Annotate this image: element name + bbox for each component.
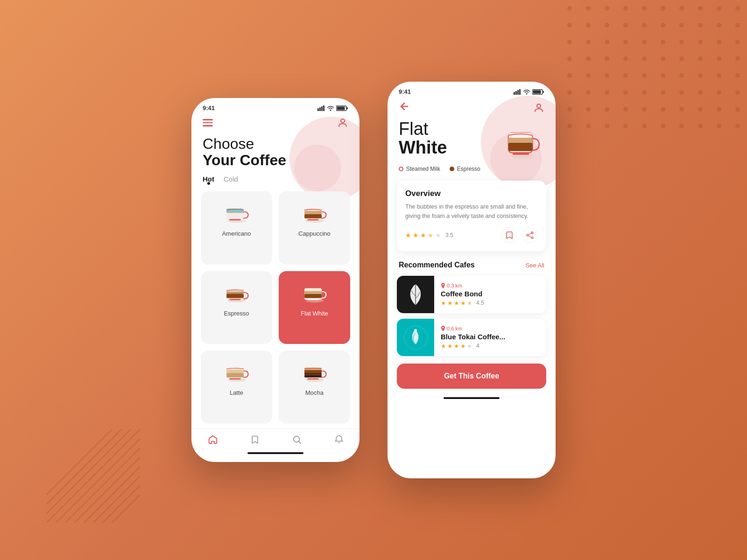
cafe-1-star-1: ★ xyxy=(441,300,446,307)
svg-point-24 xyxy=(642,40,647,44)
svg-rect-120 xyxy=(304,291,322,294)
svg-rect-93 xyxy=(321,106,323,111)
svg-point-63 xyxy=(623,107,628,112)
svg-point-78 xyxy=(717,124,721,128)
svg-point-31 xyxy=(586,56,591,61)
coffee-card-flatwhite[interactable]: Flat White xyxy=(279,271,350,344)
svg-point-43 xyxy=(623,73,628,78)
ingredient-milk-label: Steamed Milk xyxy=(406,166,440,172)
dot-espresso xyxy=(450,167,454,171)
svg-point-37 xyxy=(698,56,703,61)
coffee-card-cappuccino[interactable]: Cappuccino xyxy=(279,191,350,265)
time-left: 9:41 xyxy=(203,105,215,112)
back-button[interactable] xyxy=(399,101,410,114)
svg-line-137 xyxy=(299,441,301,443)
nav-home[interactable] xyxy=(208,434,218,445)
svg-point-154 xyxy=(531,237,533,239)
cafe-1-distance: 0.3 km xyxy=(447,283,462,288)
see-all-button[interactable]: See All xyxy=(526,262,544,269)
right-header xyxy=(388,97,556,114)
time-right: 9:41 xyxy=(399,88,411,95)
search-icon xyxy=(292,434,302,445)
svg-rect-132 xyxy=(304,370,322,372)
recommended-title: Recommended Cafes xyxy=(399,261,475,269)
coffee-card-americano[interactable]: Americano xyxy=(201,191,272,265)
right-phone: 9:41 xyxy=(388,82,556,478)
cup-americano xyxy=(220,200,253,225)
svg-rect-144 xyxy=(543,91,544,93)
coffee-card-espresso[interactable]: Espresso xyxy=(201,271,272,344)
cup-mocha xyxy=(298,359,331,385)
svg-rect-141 xyxy=(519,89,521,95)
svg-point-62 xyxy=(605,107,609,112)
tab-hot[interactable]: Hot xyxy=(203,175,214,183)
svg-point-60 xyxy=(567,107,572,112)
cafe-2-rating: ★ ★ ★ ★ ★ 4 xyxy=(441,343,542,350)
svg-point-15 xyxy=(661,23,665,28)
phones-container: 9:41 xyxy=(191,82,556,478)
cup-espresso xyxy=(220,280,253,305)
svg-point-53 xyxy=(623,90,628,95)
svg-line-80 xyxy=(47,429,140,523)
menu-button[interactable] xyxy=(203,119,213,126)
overview-card: Overview The bubbles in the espresso are… xyxy=(397,181,546,252)
coffee-name-latte: Latte xyxy=(230,389,243,396)
nav-bell[interactable] xyxy=(334,434,344,445)
star-2: ★ xyxy=(413,231,419,239)
svg-rect-135 xyxy=(307,378,319,380)
coffee-card-mocha[interactable]: Mocha xyxy=(279,350,350,424)
share-action-button[interactable] xyxy=(522,227,538,243)
status-bar-left: 9:41 xyxy=(191,98,359,113)
get-coffee-button[interactable]: Get This Coffee xyxy=(397,364,546,389)
svg-point-38 xyxy=(717,56,721,61)
svg-point-30 xyxy=(567,56,572,61)
bookmark-action-button[interactable] xyxy=(501,227,517,243)
bottom-nav xyxy=(191,428,359,448)
cafe-2-star-4: ★ xyxy=(460,343,466,350)
svg-point-155 xyxy=(527,234,529,236)
svg-line-89 xyxy=(47,429,121,504)
svg-point-47 xyxy=(698,73,703,78)
svg-rect-116 xyxy=(229,299,241,300)
cafe-1-rating: ★ ★ ★ ★ ★ 4.5 xyxy=(441,300,542,307)
svg-point-2 xyxy=(605,6,609,11)
svg-rect-98 xyxy=(337,106,345,110)
svg-point-68 xyxy=(717,107,721,112)
wifi-icon-right xyxy=(523,89,530,95)
svg-point-26 xyxy=(679,40,684,44)
coffee-card-latte[interactable]: Latte xyxy=(201,350,272,424)
profile-icon-right[interactable] xyxy=(533,102,544,113)
share-action-icon xyxy=(526,231,534,239)
cafe-card-blue-tokai[interactable]: 0.6 km Blue Tokai Coffee... ★ ★ ★ ★ ★ 4 xyxy=(397,319,546,356)
svg-rect-109 xyxy=(304,214,322,218)
cafe-2-star-2: ★ xyxy=(447,343,453,350)
coffee-name-mocha: Mocha xyxy=(305,389,324,396)
svg-point-99 xyxy=(341,119,345,123)
bookmark-action-icon xyxy=(506,231,513,239)
coffee-name-americano: Americano xyxy=(222,230,251,237)
svg-point-42 xyxy=(605,73,609,78)
tab-cold[interactable]: Cold xyxy=(224,175,238,183)
svg-point-33 xyxy=(623,56,628,61)
svg-line-86 xyxy=(103,485,140,523)
svg-line-85 xyxy=(93,476,140,523)
svg-point-34 xyxy=(642,56,647,61)
status-icons-left xyxy=(317,105,348,111)
nav-search[interactable] xyxy=(292,434,302,445)
ingredient-espresso: Espresso xyxy=(450,166,480,172)
cup-latte xyxy=(220,359,253,385)
nav-bookmark[interactable] xyxy=(250,434,260,445)
svg-point-79 xyxy=(735,124,740,128)
svg-point-14 xyxy=(642,23,647,28)
svg-rect-115 xyxy=(226,294,244,298)
cafe-1-star-4: ★ xyxy=(460,300,466,307)
title-line1: Choose xyxy=(203,135,254,152)
cafe-logo-coffee-bond xyxy=(397,276,434,313)
profile-icon-left[interactable] xyxy=(337,117,348,128)
ingredients-row: Steamed Milk Espresso xyxy=(388,161,556,177)
rating-stars: ★ ★ ★ ★ ★ 3.5 xyxy=(405,231,453,239)
svg-point-45 xyxy=(661,73,665,78)
svg-rect-133 xyxy=(304,373,322,375)
cafe-card-coffee-bond[interactable]: 0.3 km Coffee Bond ★ ★ ★ ★ ★ 4.5 xyxy=(397,276,546,313)
battery-icon-right xyxy=(532,89,544,95)
